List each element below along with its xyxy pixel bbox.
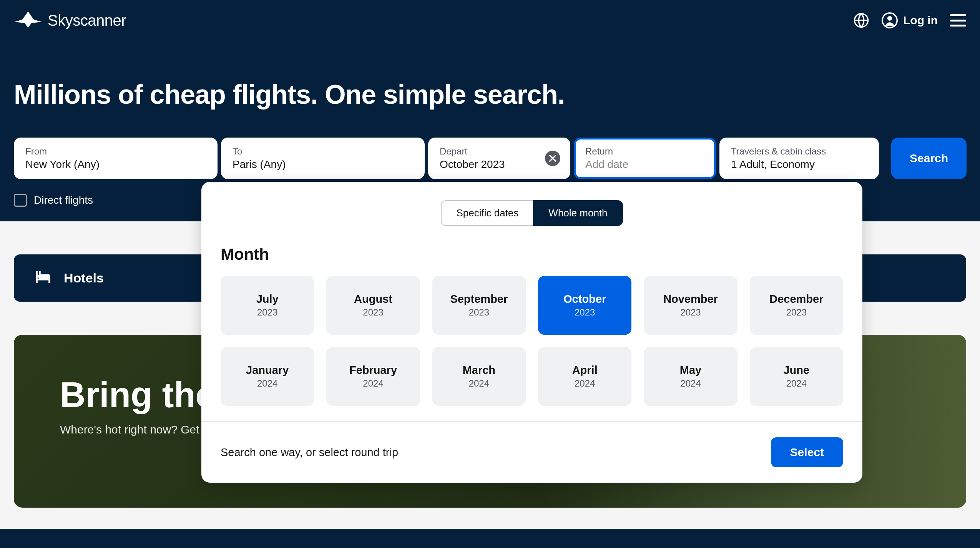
return-placeholder: Add date xyxy=(585,158,704,171)
from-value: New York (Any) xyxy=(25,158,206,171)
return-label: Return xyxy=(585,146,704,157)
from-label: From xyxy=(25,146,206,157)
month-card-december-2023[interactable]: December2023 xyxy=(750,276,843,335)
month-year: 2024 xyxy=(786,378,807,389)
to-label: To xyxy=(233,146,413,157)
tab-specific-dates[interactable]: Specific dates xyxy=(441,200,533,226)
month-card-may-2024[interactable]: May2024 xyxy=(644,347,737,406)
menu-icon[interactable] xyxy=(950,14,966,27)
search-button[interactable]: Search xyxy=(891,138,967,179)
login-button[interactable]: Log in xyxy=(882,12,938,28)
month-name: March xyxy=(463,364,495,377)
month-card-november-2023[interactable]: November2023 xyxy=(644,276,737,335)
direct-flights-label: Direct flights xyxy=(34,194,93,206)
month-year: 2023 xyxy=(575,307,595,318)
hotels-label: Hotels xyxy=(64,271,104,286)
month-name: September xyxy=(450,293,508,306)
hero: Millions of cheap flights. One simple se… xyxy=(0,41,980,125)
month-card-january-2024[interactable]: January2024 xyxy=(221,347,314,406)
month-year: 2024 xyxy=(680,378,701,389)
date-mode-tabs: Specific dates Whole month xyxy=(201,182,862,237)
login-label: Log in xyxy=(903,14,938,27)
month-card-august-2023[interactable]: August2023 xyxy=(326,276,420,335)
user-icon xyxy=(882,12,898,28)
month-name: January xyxy=(246,364,289,377)
travelers-label: Travelers & cabin class xyxy=(731,146,867,157)
from-field[interactable]: From New York (Any) xyxy=(14,138,218,179)
close-icon xyxy=(549,155,556,162)
svg-point-2 xyxy=(887,16,892,21)
depart-label: Depart xyxy=(440,146,559,157)
month-name: April xyxy=(572,364,598,377)
month-year: 2023 xyxy=(257,307,277,318)
month-name: December xyxy=(769,293,823,306)
clear-depart-button[interactable] xyxy=(545,151,560,166)
month-name: February xyxy=(349,364,397,377)
month-name: November xyxy=(663,293,718,306)
logo[interactable]: Skyscanner xyxy=(14,12,126,29)
search-bar: From New York (Any) To Paris (Any) Depar… xyxy=(0,138,980,179)
month-card-march-2024[interactable]: March2024 xyxy=(432,347,526,406)
header: Skyscanner Log in xyxy=(0,0,980,41)
month-name: July xyxy=(256,293,279,306)
select-button[interactable]: Select xyxy=(771,437,843,467)
month-card-april-2024[interactable]: April2024 xyxy=(538,347,631,406)
direct-flights-checkbox[interactable] xyxy=(14,194,27,207)
depart-field[interactable]: Depart October 2023 xyxy=(428,138,570,179)
header-actions: Log in xyxy=(853,12,966,28)
month-name: August xyxy=(354,293,392,306)
return-field[interactable]: Return Add date xyxy=(574,138,716,179)
month-name: June xyxy=(783,364,809,377)
month-card-october-2023[interactable]: October2023 xyxy=(538,276,631,335)
month-section: Month July2023August2023September2023Oct… xyxy=(201,237,862,421)
month-year: 2024 xyxy=(469,378,489,389)
bed-icon xyxy=(35,271,51,285)
month-year: 2023 xyxy=(680,307,701,318)
skyscanner-icon xyxy=(14,12,42,29)
month-card-july-2023[interactable]: July2023 xyxy=(221,276,314,335)
travelers-value: 1 Adult, Economy xyxy=(731,158,867,171)
month-year: 2024 xyxy=(257,378,277,389)
date-picker-popup: Specific dates Whole month Month July202… xyxy=(201,182,862,483)
month-card-february-2024[interactable]: February2024 xyxy=(326,347,420,406)
footer-text: Search one way, or select round trip xyxy=(221,446,398,459)
month-year: 2023 xyxy=(786,307,807,318)
svg-point-3 xyxy=(37,274,40,277)
month-year: 2023 xyxy=(363,307,383,318)
brand-name: Skyscanner xyxy=(48,12,126,29)
month-card-june-2024[interactable]: June2024 xyxy=(750,347,843,406)
month-name: May xyxy=(680,364,701,377)
months-grid: July2023August2023September2023October20… xyxy=(221,276,843,406)
month-year: 2024 xyxy=(575,378,595,389)
depart-value: October 2023 xyxy=(440,158,559,171)
popup-footer: Search one way, or select round trip Sel… xyxy=(201,421,862,483)
month-year: 2024 xyxy=(363,378,383,389)
travelers-field[interactable]: Travelers & cabin class 1 Adult, Economy xyxy=(719,138,879,179)
to-field[interactable]: To Paris (Any) xyxy=(221,138,425,179)
month-name: October xyxy=(563,293,606,306)
month-section-title: Month xyxy=(221,245,843,264)
to-value: Paris (Any) xyxy=(233,158,413,171)
globe-icon[interactable] xyxy=(853,12,869,28)
month-year: 2023 xyxy=(469,307,489,318)
hero-title: Millions of cheap flights. One simple se… xyxy=(14,79,966,110)
month-card-september-2023[interactable]: September2023 xyxy=(432,276,526,335)
tab-whole-month[interactable]: Whole month xyxy=(533,200,623,226)
